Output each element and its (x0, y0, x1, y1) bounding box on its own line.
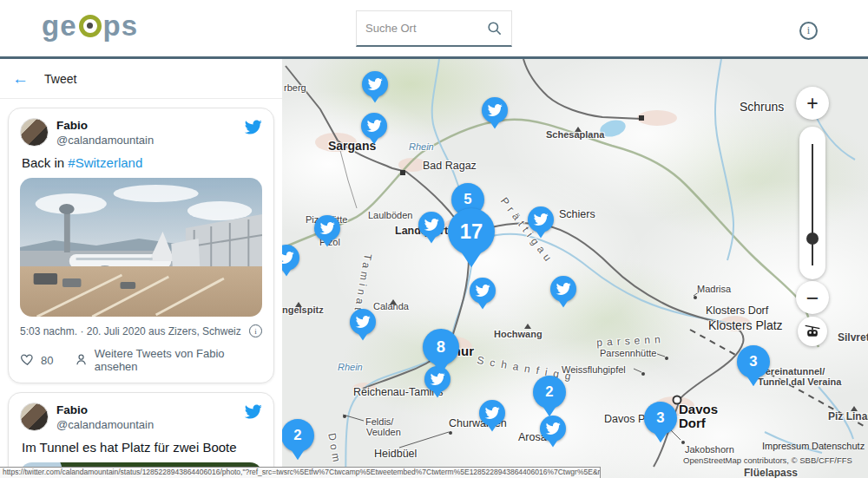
tweet-marker[interactable] (482, 97, 508, 123)
tweet-sidebar: ← Tweet Fabio @calandamountain Back in #… (0, 59, 282, 478)
tweet-marker[interactable] (362, 71, 388, 97)
tweet-cluster-marker[interactable]: 3 (737, 345, 770, 378)
hashtag-link[interactable]: #Switzerland (68, 155, 142, 170)
tweet-card: Fabio @calandamountain Im Tunnel es hat … (8, 392, 274, 478)
geops-logo: ge ps (42, 11, 138, 40)
tweet-marker[interactable] (550, 276, 576, 302)
logo-o-ring (79, 15, 102, 37)
tweet-marker[interactable] (418, 212, 444, 238)
tweet-cluster-marker[interactable]: 3 (644, 402, 677, 435)
tweet-author-name: Fabio (56, 119, 244, 134)
twitter-bird-icon[interactable] (244, 118, 262, 136)
zoom-slider-track (812, 144, 813, 265)
map-markers-layer: 51782233 (282, 59, 868, 478)
zoom-slider-handle[interactable] (806, 232, 819, 245)
like-count[interactable]: 80 (41, 354, 53, 367)
tweet-marker[interactable] (314, 215, 340, 241)
tweet-marker[interactable] (361, 113, 387, 139)
tweet-marker[interactable] (424, 366, 450, 392)
tweet-text: Back in #Switzerland (22, 155, 260, 170)
avatar (20, 403, 49, 431)
panel-header: ← Tweet (0, 59, 282, 99)
search-input[interactable] (365, 22, 486, 35)
cable-car-icon (804, 323, 821, 340)
logo-text-ps: ps (103, 11, 139, 40)
panel-title: Tweet (44, 72, 76, 86)
tweet-marker[interactable] (470, 278, 496, 304)
app-window: rbergSargansRheinBad RagazSchrunsSchesap… (0, 0, 868, 478)
avatar (20, 118, 49, 147)
impressum-link[interactable]: Impressum (762, 441, 809, 451)
back-button[interactable]: ← (12, 70, 29, 87)
tweet-info-icon[interactable]: i (249, 324, 262, 337)
tweet-timestamp: 5:03 nachm. · 20. Juli 2020 aus Zizers, … (20, 325, 241, 337)
twitter-bird-icon[interactable] (244, 403, 262, 421)
map-attribution: OpenStreetMap contributors, © SBB/CFF/FF… (683, 455, 852, 465)
heart-icon[interactable] (20, 352, 35, 368)
tweet-marker[interactable] (479, 400, 505, 426)
map-canvas[interactable]: rbergSargansRheinBad RagazSchrunsSchesap… (282, 59, 868, 478)
tweet-cluster-marker[interactable]: 2 (533, 376, 566, 409)
search-icon (486, 20, 503, 36)
tweet-text: Im Tunnel es hat Platz für zwei Boote (22, 440, 260, 455)
datenschutz-link[interactable]: Datenschutz (812, 441, 865, 451)
more-tweets-link[interactable]: Weitere Tweets von Fabio ansehen (95, 347, 262, 373)
search-box (356, 10, 512, 47)
tweet-photo-airport[interactable] (20, 178, 262, 317)
tweet-author-handle: @calandamountain (56, 418, 244, 432)
zoom-out-button[interactable]: − (796, 281, 829, 314)
app-header: ge ps i (0, 0, 868, 59)
tweet-cluster-marker[interactable]: 17 (448, 208, 495, 255)
tweet-cluster-marker[interactable]: 8 (423, 329, 459, 365)
info-button[interactable]: i (799, 22, 818, 40)
tweet-marker[interactable] (282, 245, 299, 271)
logo-o-dot (87, 23, 93, 29)
tweet-marker[interactable] (350, 309, 376, 335)
zoom-in-button[interactable]: + (796, 87, 829, 120)
tweet-author-name: Fabio (56, 403, 244, 418)
person-icon (74, 352, 89, 368)
tweet-marker[interactable] (528, 206, 554, 232)
tweet-cluster-marker[interactable]: 2 (282, 419, 314, 452)
tweet-author-handle: @calandamountain (56, 134, 244, 147)
link-status-bar: https://twitter.com/calandamountain/stat… (0, 467, 601, 478)
zoom-slider[interactable] (799, 127, 825, 279)
layer-toggle-button[interactable] (798, 317, 827, 346)
tweet-marker[interactable] (540, 416, 566, 442)
search-button[interactable] (486, 20, 503, 36)
tweet-card: Fabio @calandamountain Back in #Switzerl… (8, 108, 274, 383)
logo-text-ge: ge (42, 11, 77, 40)
